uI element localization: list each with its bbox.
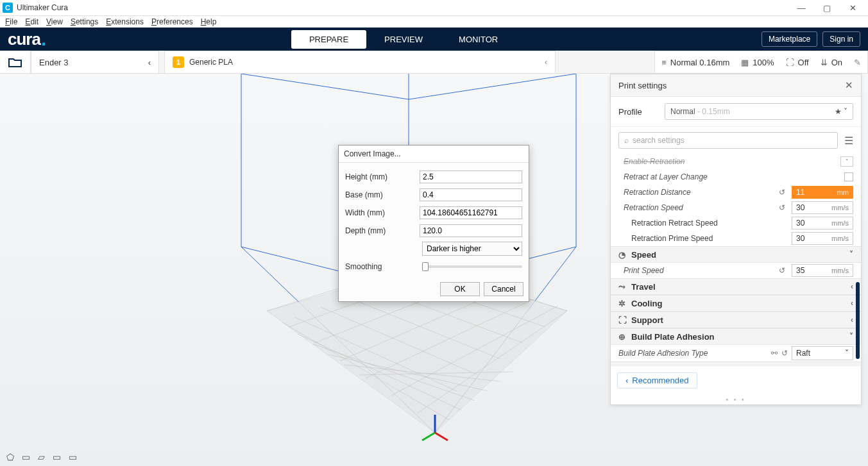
printer-name: Ender 3 xyxy=(39,58,69,67)
menu-settings[interactable]: Settings xyxy=(67,17,102,26)
view-iso-icon[interactable]: ⬠ xyxy=(6,452,14,462)
scrollbar-thumb[interactable] xyxy=(856,282,860,359)
view-front-icon[interactable]: ▭ xyxy=(22,452,30,462)
reset-icon[interactable]: ↺ xyxy=(776,266,788,275)
logo-dot-icon: . xyxy=(41,33,46,46)
star-chevron-icon: ★ ˅ xyxy=(835,107,847,116)
cancel-button[interactable]: Cancel xyxy=(484,282,523,296)
marketplace-button[interactable]: Marketplace xyxy=(762,31,817,47)
menu-extensions[interactable]: Extensions xyxy=(102,17,148,26)
open-file-button[interactable] xyxy=(0,51,31,73)
profile-label: Profile xyxy=(618,107,657,117)
folder-open-icon xyxy=(8,56,22,68)
category-travel[interactable]: ⤳ Travel ‹ xyxy=(611,278,861,295)
depth-input[interactable] xyxy=(420,224,522,237)
slider-thumb[interactable] xyxy=(422,262,429,271)
tab-prepare[interactable]: PREPARE xyxy=(291,30,366,49)
setting-print-speed: Print Speed ↺ 35 mm/s xyxy=(618,263,853,278)
convert-image-dialog: Convert Image... Height (mm) Base (mm) W… xyxy=(338,145,529,302)
menu-edit[interactable]: Edit xyxy=(21,17,42,26)
settings-menu-button[interactable]: ☰ xyxy=(844,135,853,147)
category-speed[interactable]: ◔ Speed ˅ xyxy=(611,246,861,263)
retraction-speed-input[interactable]: 30 mm/s xyxy=(792,201,853,214)
search-row: ⌕ search settings ☰ xyxy=(611,127,861,154)
base-label: Base (mm) xyxy=(345,190,414,199)
chevron-left-icon: ‹ xyxy=(851,315,853,324)
category-build-plate-adhesion[interactable]: ⊕ Build Plate Adhesion ˅ xyxy=(611,328,861,345)
chevron-down-icon: ˅ xyxy=(849,332,853,341)
chevron-down-icon[interactable]: ˅ xyxy=(840,156,853,167)
app-title: Ultimaker Cura xyxy=(17,3,68,12)
smoothing-label: Smoothing xyxy=(345,262,417,271)
link-icon[interactable]: ⚯ xyxy=(771,349,778,358)
stage-tabs: PREPARE PREVIEW MONITOR xyxy=(46,30,762,49)
adhesion-type-select[interactable]: Raft ˅ xyxy=(792,346,853,360)
setting-retraction-prime-speed: Retraction Prime Speed 30 mm/s xyxy=(618,231,853,246)
print-settings-summary[interactable]: ≡ Normal 0.16mm ▦ 100% ⛶ Off ⇊ On ✎ xyxy=(654,51,868,74)
view-shelf: ⬠ ▭ ▱ ▭ ▭ xyxy=(6,452,77,462)
menu-view[interactable]: View xyxy=(42,17,67,26)
profile-select[interactable]: Normal - 0.15mm ★ ˅ xyxy=(665,103,853,120)
minimize-button[interactable]: — xyxy=(788,3,814,13)
category-support[interactable]: ⛶ Support ‹ xyxy=(611,312,861,328)
tab-monitor[interactable]: MONITOR xyxy=(441,30,516,49)
checkbox[interactable] xyxy=(844,172,853,181)
close-window-button[interactable]: ✕ xyxy=(840,3,865,13)
summary-profile: ≡ Normal 0.16mm xyxy=(661,58,729,67)
signin-button[interactable]: Sign in xyxy=(822,31,860,47)
retraction-retract-speed-input[interactable]: 30 mm/s xyxy=(792,217,853,229)
panel-header: Print settings ✕ xyxy=(611,74,861,97)
height-input[interactable] xyxy=(420,171,522,183)
support-icon: ⛶ xyxy=(786,58,794,67)
ok-button[interactable]: OK xyxy=(440,282,480,296)
reset-icon[interactable]: ↺ xyxy=(776,203,788,212)
print-speed-input[interactable]: 35 mm/s xyxy=(792,264,853,277)
summary-support: ⛶ Off xyxy=(786,58,809,67)
close-panel-button[interactable]: ✕ xyxy=(845,79,853,91)
resize-handle[interactable]: • • • xyxy=(611,395,861,404)
menu-preferences[interactable]: Preferences xyxy=(148,17,197,26)
app-header: cura. PREPARE PREVIEW MONITOR Marketplac… xyxy=(0,28,868,51)
maximize-button[interactable]: ▢ xyxy=(814,3,840,13)
menu-help[interactable]: Help xyxy=(197,17,221,26)
window-titlebar: C Ultimaker Cura — ▢ ✕ xyxy=(0,0,868,16)
summary-adhesion: ⇊ On xyxy=(821,58,842,67)
setting-enable-retraction: Enable Retraction ˅ xyxy=(618,154,853,169)
settings-body: Enable Retraction ˅ Retract at Layer Cha… xyxy=(611,154,861,365)
view-right-icon[interactable]: ▭ xyxy=(69,452,77,462)
setting-retraction-distance: Retraction Distance ↺ 11 mm xyxy=(618,185,853,200)
width-input[interactable] xyxy=(420,206,522,219)
retraction-distance-input[interactable]: 11 mm xyxy=(792,186,853,199)
material-name: Generic PLA xyxy=(189,58,233,67)
search-settings-input[interactable]: ⌕ search settings xyxy=(618,132,838,149)
reset-icon[interactable]: ↺ xyxy=(776,188,788,197)
profile-row: Profile Normal - 0.15mm ★ ˅ xyxy=(611,97,861,127)
reset-icon[interactable]: ↺ xyxy=(781,349,788,358)
view-left-icon[interactable]: ▭ xyxy=(53,452,61,462)
svg-line-31 xyxy=(435,433,448,440)
retraction-prime-speed-input[interactable]: 30 mm/s xyxy=(792,232,853,245)
svg-line-3 xyxy=(241,74,409,99)
material-selector[interactable]: 1 Generic PLA ‹ xyxy=(164,51,556,74)
menu-bar: File Edit View Settings Extensions Prefe… xyxy=(0,16,868,28)
recommended-button[interactable]: ‹ Recommended xyxy=(617,372,697,388)
edit-icon[interactable]: ✎ xyxy=(854,58,861,67)
mode-select[interactable]: Darker is higher xyxy=(422,242,522,256)
dual-extrusion-icon: ⚗ xyxy=(618,365,631,366)
adhesion-icon: ⇊ xyxy=(821,58,828,67)
search-icon: ⌕ xyxy=(624,136,629,145)
summary-infill: ▦ 100% xyxy=(741,58,774,67)
menu-file[interactable]: File xyxy=(1,17,21,26)
speed-icon: ◔ xyxy=(618,250,631,260)
base-input[interactable] xyxy=(420,188,522,201)
category-dual-extrusion[interactable]: ⚗ Dual Extrusion ‹ xyxy=(611,362,861,365)
smoothing-slider[interactable] xyxy=(422,265,522,268)
toolbar: Ender 3 ‹ 1 Generic PLA ‹ ≡ Normal 0.16m… xyxy=(0,51,868,74)
printer-selector[interactable]: Ender 3 ‹ xyxy=(31,51,159,74)
view-top-icon[interactable]: ▱ xyxy=(38,452,45,462)
support-icon: ⛶ xyxy=(618,315,631,325)
print-settings-panel: Print settings ✕ Profile Normal - 0.15mm… xyxy=(610,74,862,405)
tab-preview[interactable]: PREVIEW xyxy=(366,30,441,49)
logo: cura. xyxy=(8,29,46,49)
category-cooling[interactable]: ✲ Cooling ‹ xyxy=(611,295,861,312)
